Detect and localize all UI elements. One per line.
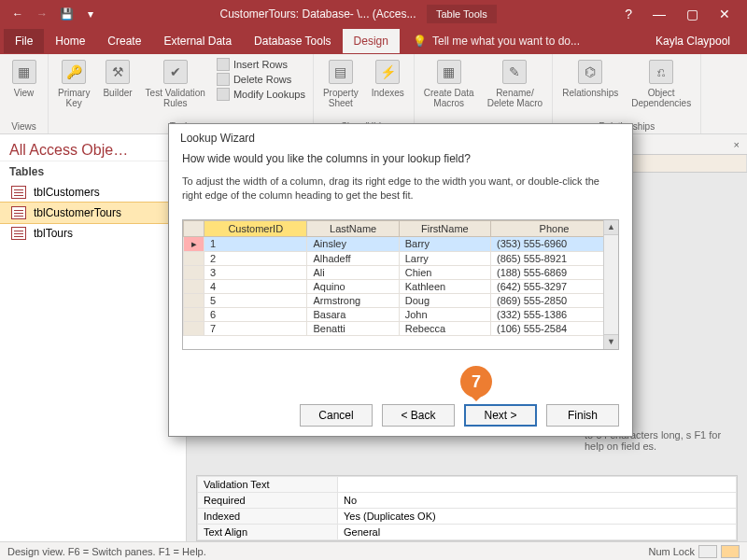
close-tab-button[interactable]: × [726,139,747,150]
col-lastname[interactable]: LastName [307,220,399,236]
close-icon[interactable]: ✕ [719,7,730,21]
forward-icon: → [35,7,49,21]
dialog-question: How wide would you like the columns in y… [182,152,619,165]
nav-pane: All Access Obje… Tables tblCustomers tbl… [0,134,187,541]
sheet-icon: ▤ [329,60,353,84]
tab-database-tools[interactable]: Database Tools [243,29,343,53]
builder-button[interactable]: ⚒Builder [101,58,134,98]
insert-row-icon [217,58,230,71]
scroll-down-icon[interactable]: ▼ [604,334,618,349]
dependency-icon: ⎌ [649,60,673,84]
table-row: ▸1AinsleyBarry(353) 555-6960 [184,236,618,251]
validate-icon: ✔ [163,60,188,84]
test-validation-button[interactable]: ✔Test Validation Rules [144,58,207,108]
relationship-icon: ⌬ [578,60,602,84]
user-name[interactable]: Kayla Claypool [655,35,743,48]
property-sheet: Validation Text RequiredNo IndexedYes (D… [196,475,738,541]
nav-heading[interactable]: All Access Obje… [0,134,186,161]
maximize-icon[interactable]: ▢ [686,7,698,21]
primary-key-button[interactable]: 🔑Primary Key [56,58,92,108]
col-phone[interactable]: Phone [490,220,617,236]
save-icon[interactable]: 💾 [60,7,73,21]
view-design-button[interactable] [721,545,740,558]
nav-item-tblcustomertours[interactable]: tblCustomerTours [0,203,186,223]
tab-home[interactable]: Home [44,29,96,53]
prop-row: Validation Text [198,477,737,493]
grid-scrollbar[interactable]: ▲ ▼ [603,220,618,349]
indexes-button[interactable]: ⚡Indexes [370,58,406,98]
nav-category[interactable]: Tables [0,161,186,182]
macro-icon: ▦ [437,60,461,84]
rename-icon: ✎ [502,60,527,84]
table-row: 5ArmstrongDoug(869) 555-2850 [184,293,618,307]
col-customerid[interactable]: CustomerID [204,220,307,236]
back-button[interactable]: < Back [382,404,455,427]
status-numlock: Num Lock [648,546,695,557]
statusbar: Design view. F6 = Switch panes. F1 = Hel… [0,541,747,560]
modify-lookups-button[interactable]: Modify Lookups [217,88,305,101]
menubar: File Home Create External Data Database … [0,28,747,54]
table-icon [11,186,26,199]
dialog-instruction: To adjust the width of a column, drag it… [182,175,619,203]
step-callout: 7 [460,366,492,398]
table-icon [11,206,26,219]
builder-icon: ⚒ [106,60,130,84]
cancel-button[interactable]: Cancel [300,404,373,427]
back-icon[interactable]: ← [11,7,24,21]
delete-row-icon [217,73,230,86]
minimize-icon[interactable]: — [653,7,666,21]
table-row: 4AquinoKathleen(642) 555-3297 [184,279,618,293]
table-row: 7BenattiRebecca(106) 555-2584 [184,321,618,335]
tab-design[interactable]: Design [343,29,400,53]
status-left: Design view. F6 = Switch panes. F1 = Hel… [7,546,206,557]
row-selector-header[interactable] [184,220,204,236]
delete-rows-button[interactable]: Delete Rows [217,73,305,86]
grid-icon: ▦ [12,60,36,84]
lookup-wizard-dialog: Lookup Wizard How wide would you like th… [168,123,633,437]
rename-delete-macro-button[interactable]: ✎Rename/ Delete Macro [486,58,544,108]
tab-file[interactable]: File [4,29,44,53]
nav-item-tblcustomers[interactable]: tblCustomers [0,182,186,203]
prop-row: IndexedYes (Duplicates OK) [198,509,737,525]
dialog-title: Lookup Wizard [169,124,632,148]
scroll-up-icon[interactable]: ▲ [604,220,618,235]
contextual-tab-label: Table Tools [427,5,497,23]
tab-create[interactable]: Create [96,29,152,53]
view-datasheet-button[interactable] [698,545,717,558]
prop-row: Text AlignGeneral [198,525,737,540]
step-number: 7 [460,366,492,398]
tab-external-data[interactable]: External Data [152,29,243,53]
lightbulb-icon: 💡 [413,35,427,48]
titlebar: ← → 💾 ▾ CustomerTours: Database- \... (A… [0,0,747,28]
window-title: CustomerTours: Database- \... (Acces... [219,7,416,21]
table-icon [11,227,26,240]
table-row: 2AlhadeffLarry(865) 555-8921 [184,251,618,265]
property-sheet-button[interactable]: ▤Property Sheet [321,58,360,108]
col-firstname[interactable]: FirstName [399,220,490,236]
column-width-grid[interactable]: CustomerID LastName FirstName Phone ▸1Ai… [182,219,619,350]
help-icon[interactable]: ? [625,7,632,21]
index-icon: ⚡ [375,60,400,84]
relationships-button[interactable]: ⌬Relationships [560,58,620,98]
key-icon: 🔑 [62,60,86,84]
view-button[interactable]: ▦View [10,58,38,98]
group-views: Views [11,121,36,132]
table-row: 3AliChien(188) 555-6869 [184,265,618,279]
tell-me[interactable]: 💡Tell me what you want to do... [400,35,655,48]
lookup-icon [217,88,230,101]
create-data-macros-button[interactable]: ▦Create Data Macros [422,58,476,108]
nav-item-tbltours[interactable]: tblTours [0,223,186,244]
insert-rows-button[interactable]: Insert Rows [217,58,305,71]
prop-row: RequiredNo [198,493,737,509]
finish-button[interactable]: Finish [546,404,619,427]
object-dependencies-button[interactable]: ⎌Object Dependencies [629,58,693,108]
customize-icon[interactable]: ▾ [84,7,97,21]
table-row: 6BasaraJohn(332) 555-1386 [184,307,618,321]
